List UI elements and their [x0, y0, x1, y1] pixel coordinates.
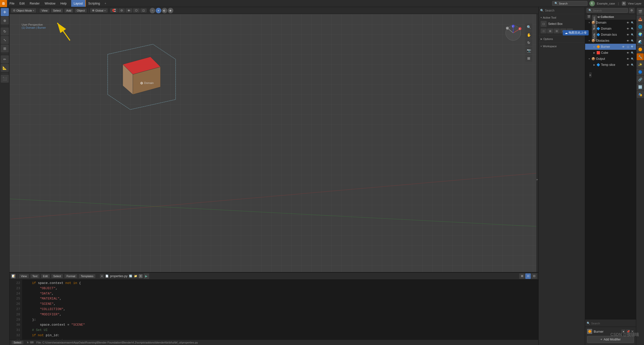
- cube-eye[interactable]: 👁: [626, 51, 630, 55]
- visibility-btn[interactable]: 👁: [126, 8, 132, 13]
- domain-bcs-eye[interactable]: 👁: [626, 33, 630, 37]
- close-script-btn[interactable]: ✕: [139, 274, 143, 278]
- grid-icon[interactable]: ⊞: [525, 55, 532, 62]
- rendered-shading[interactable]: ◉: [168, 8, 173, 13]
- select-status-btn[interactable]: Select: [12, 341, 23, 344]
- menu-help[interactable]: Help: [58, 0, 69, 7]
- outliner-search-box[interactable]: 🔍 Search: [587, 8, 628, 13]
- tool-mode-btn-3[interactable]: ⊟: [554, 28, 560, 33]
- outliner-item-domain-bcs[interactable]: ▶ 🔷 Domain bcs 👁 🔍: [585, 32, 636, 38]
- sync-icon[interactable]: 🔄: [129, 274, 133, 278]
- edit-menu-btn[interactable]: Edit: [41, 274, 50, 278]
- add-modifier-btn[interactable]: + Add Modifier: [587, 336, 634, 343]
- menu-file[interactable]: File: [7, 0, 17, 7]
- tab-add[interactable]: +: [102, 0, 108, 7]
- cursor-tool[interactable]: ✛: [1, 8, 9, 16]
- tab-scripting[interactable]: Scripting: [85, 0, 103, 7]
- object-menu[interactable]: Object: [75, 9, 87, 13]
- add-menu[interactable]: Add: [64, 9, 73, 13]
- burner-extra2[interactable]: 🔍: [630, 45, 634, 49]
- layout-btn-2[interactable]: ⊟: [525, 273, 531, 279]
- burner-extra1[interactable]: ⬡: [626, 45, 630, 49]
- obstacles-extra[interactable]: 🔍: [630, 39, 634, 43]
- rotate-view-icon[interactable]: ↻: [525, 39, 532, 46]
- props-tab-view-layer[interactable]: 🌐: [637, 23, 644, 30]
- outliner-item-cube[interactable]: ▶ 🟥 Cube 👁 🔍: [585, 50, 636, 56]
- output-eye[interactable]: 👁: [626, 57, 630, 61]
- output-extra[interactable]: 🔍: [630, 57, 634, 61]
- file-selector-btn[interactable]: ▾: [100, 274, 104, 278]
- domain-vis-extra[interactable]: 🔍: [630, 21, 634, 25]
- folder-icon[interactable]: 📁: [134, 274, 138, 278]
- domain-mesh-eye[interactable]: 👁: [626, 27, 630, 31]
- domain-vis-eye[interactable]: 👁: [626, 21, 630, 25]
- view-menu[interactable]: View: [39, 9, 50, 13]
- props-tab-render[interactable]: 🎬: [637, 8, 644, 15]
- material-shading[interactable]: ◐: [162, 8, 167, 13]
- tab-layout[interactable]: Layout: [71, 0, 85, 7]
- outliner-item-output[interactable]: ▾ 📦 Output 👁 🔍: [585, 56, 636, 62]
- modifier-pin-btn[interactable]: 📌: [626, 329, 630, 333]
- modifier-close-btn[interactable]: ✕: [631, 329, 634, 333]
- props-tab-constraints[interactable]: 🔗: [637, 76, 644, 83]
- nav-gizmo[interactable]: X Y Z: [504, 24, 522, 42]
- props-tab-physics[interactable]: 🔵: [637, 68, 644, 75]
- view-menu-btn[interactable]: View: [19, 274, 29, 278]
- domain-mesh-extra[interactable]: 🔍: [630, 27, 634, 31]
- xray-btn[interactable]: ◻: [140, 8, 147, 13]
- measure-tool[interactable]: 📐: [1, 64, 9, 72]
- outliner-item-domain-collection[interactable]: ▾ 📦 Domain 👁 🔍: [585, 20, 636, 26]
- props-tab-particles[interactable]: ✨: [637, 61, 644, 68]
- grab-icon[interactable]: ✋: [525, 31, 532, 38]
- tool-mode-btn-1[interactable]: □: [541, 28, 547, 33]
- format-menu-btn[interactable]: Format: [64, 274, 77, 278]
- scale-tool[interactable]: ⤡: [1, 36, 9, 44]
- zoom-icon[interactable]: 🔍: [525, 24, 532, 31]
- wireframe-shading[interactable]: ○: [150, 8, 155, 13]
- menu-window[interactable]: Window: [42, 0, 58, 7]
- solid-shading[interactable]: ●: [156, 8, 161, 13]
- templates-menu-btn[interactable]: Templates: [79, 274, 95, 278]
- transform-orientation[interactable]: ⊕ Global ▾: [90, 8, 108, 13]
- run-script-btn[interactable]: ▶: [144, 273, 149, 279]
- obstacles-eye[interactable]: 👁: [626, 39, 630, 43]
- transform-tool[interactable]: ⊞: [1, 44, 9, 53]
- options-title[interactable]: ▶ Options: [541, 36, 583, 41]
- layout-btn-1[interactable]: ⊞: [519, 273, 525, 279]
- temp-slice-extra[interactable]: 🔍: [630, 63, 634, 67]
- upload-button[interactable]: ☁ 拖图至此上传: [563, 30, 589, 35]
- move-tool[interactable]: ⊕: [1, 17, 9, 25]
- annotate-tool[interactable]: ✏: [1, 55, 9, 63]
- text-menu-btn[interactable]: Text: [30, 274, 39, 278]
- props-tab-data[interactable]: 🔢: [637, 83, 644, 90]
- outliner-item-burner[interactable]: ▶ 🔶 Burner 👁 ⬡ 🔍: [585, 44, 636, 50]
- cube-extra[interactable]: 🔍: [630, 51, 634, 55]
- outliner-item-domain-mesh[interactable]: ▶ 🔷 Domain 👁 🔍: [585, 26, 636, 32]
- domain-bcs-extra[interactable]: 🔍: [630, 33, 634, 37]
- props-tab-material[interactable]: 🎭: [637, 91, 644, 98]
- snap-btn[interactable]: 🧲: [110, 8, 118, 13]
- overlay-btn[interactable]: ⬡: [133, 8, 140, 13]
- camera-icon[interactable]: 📷: [525, 47, 532, 54]
- tool-mode-btn-2[interactable]: ⊞: [547, 28, 553, 33]
- burner-eye[interactable]: 👁: [621, 45, 625, 49]
- props-tab-world[interactable]: 🌊: [637, 38, 644, 45]
- props-tab-object[interactable]: 🟠: [637, 46, 644, 53]
- add-cube-tool[interactable]: ⬛: [1, 75, 9, 83]
- layout-btn-3[interactable]: ⊡: [531, 273, 537, 279]
- modifier-collapse-btn[interactable]: ▾: [621, 329, 625, 333]
- proportional-btn[interactable]: ⊙: [118, 8, 125, 13]
- menu-render[interactable]: Render: [27, 0, 42, 7]
- select-menu[interactable]: Select: [51, 9, 63, 13]
- outliner-item-temp-slice[interactable]: ▶ 🔷 Temp slice 👁 🔍: [585, 62, 636, 68]
- props-tab-scene[interactable]: 🌍: [637, 31, 644, 38]
- select-menu-btn[interactable]: Select: [51, 274, 63, 278]
- object-mode-selector[interactable]: ⊙ Object Mode ▾: [11, 8, 36, 13]
- top-search-box[interactable]: 🔍 Search: [552, 1, 587, 6]
- props-tab-modifier[interactable]: 🔧: [637, 53, 644, 60]
- panel-collapse-btn[interactable]: ▶: [589, 72, 592, 77]
- temp-slice-eye[interactable]: 👁: [626, 63, 630, 67]
- code-area[interactable]: 22 23 24 25 26 27 28 29 30 31 32 33 34 3…: [10, 280, 538, 339]
- outliner-item-obstacles[interactable]: ▾ 📦 Obstacles 👁 🔍: [585, 38, 636, 44]
- outliner-filter-btn[interactable]: ⚙: [629, 8, 634, 13]
